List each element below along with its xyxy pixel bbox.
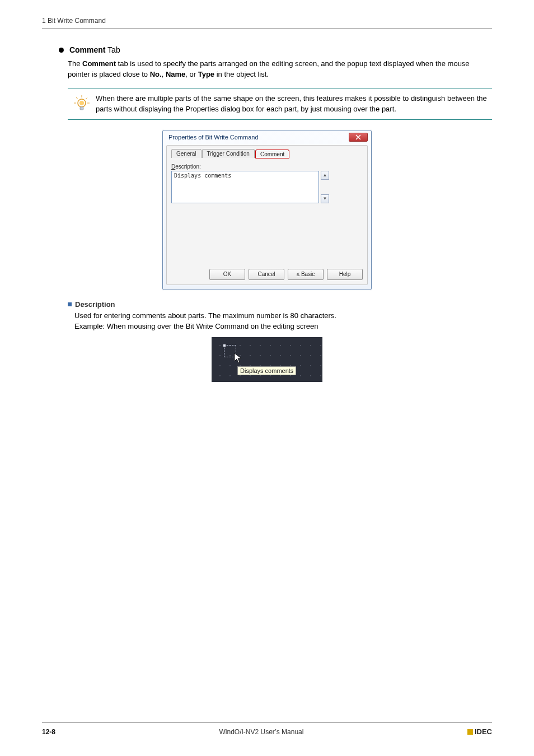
lightbulb-icon xyxy=(68,93,96,113)
close-button[interactable] xyxy=(349,133,368,142)
description-heading: Description xyxy=(68,300,492,309)
editor-grid xyxy=(212,337,322,382)
svg-line-2 xyxy=(86,97,87,99)
help-button[interactable]: Help xyxy=(327,269,363,280)
page-footer: 12-8 WindO/I-NV2 User’s Manual IDEC xyxy=(42,722,492,736)
svg-rect-7 xyxy=(80,107,83,110)
svg-line-1 xyxy=(76,97,78,99)
spin-down-button[interactable]: ▼ xyxy=(321,194,329,203)
dialog-title: Properties of Bit Write Command xyxy=(168,134,259,141)
textarea-spinner: ▲ ▼ xyxy=(321,171,329,203)
spin-up-button[interactable]: ▲ xyxy=(321,171,329,180)
close-icon xyxy=(355,134,361,140)
cursor-icon xyxy=(234,353,243,366)
round-bullet-icon xyxy=(59,48,64,53)
dialog-tabs: General Trigger Condition Comment xyxy=(171,149,363,158)
ok-button[interactable]: OK xyxy=(209,269,245,280)
section-title: Comment Tab xyxy=(59,45,492,54)
brand-logo: IDEC xyxy=(467,727,492,736)
logo-square-icon xyxy=(467,729,473,735)
cancel-button[interactable]: Cancel xyxy=(249,269,284,280)
square-bullet-icon xyxy=(68,302,72,306)
properties-dialog: Properties of Bit Write Command General … xyxy=(162,130,372,290)
description-label: Description: xyxy=(171,164,363,170)
page-number: 12-8 xyxy=(42,728,55,736)
section-intro: The Comment tab is used to specify the p… xyxy=(68,59,492,80)
page-header: 1 Bit Write Command xyxy=(42,17,492,29)
description-textarea[interactable] xyxy=(171,171,319,203)
description-line2: Example: When mousing over the Bit Write… xyxy=(74,321,492,332)
editor-preview: Displays comments xyxy=(212,337,322,382)
tip-callout: When there are multiple parts of the sam… xyxy=(68,88,492,120)
section-title-strong: Comment xyxy=(69,45,106,54)
description-line1: Used for entering comments about parts. … xyxy=(74,311,492,321)
tab-trigger-condition[interactable]: Trigger Condition xyxy=(202,149,255,158)
basic-button[interactable]: ≤ Basic xyxy=(288,269,324,280)
tooltip-label: Displays comments xyxy=(237,366,296,375)
tip-text: When there are multiple parts of the sam… xyxy=(96,93,492,115)
svg-point-6 xyxy=(79,101,84,105)
tab-general[interactable]: General xyxy=(171,149,202,158)
tab-comment[interactable]: Comment xyxy=(255,150,289,158)
brand-text: IDEC xyxy=(475,727,492,736)
section-title-rest: Tab xyxy=(105,45,120,54)
manual-title: WindO/I-NV2 User’s Manual xyxy=(55,728,467,736)
